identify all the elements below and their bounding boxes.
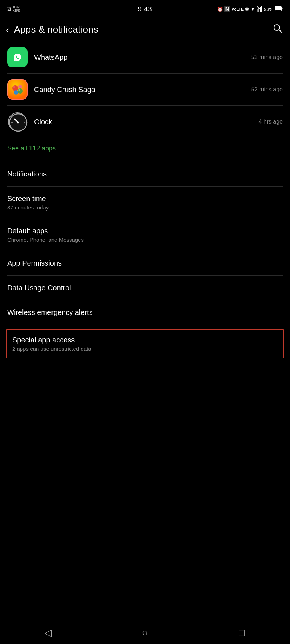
search-button[interactable] <box>273 23 283 36</box>
screen-time-label: Screen time <box>7 195 283 203</box>
screen-time-subtitle: 37 minutes today <box>7 204 283 211</box>
battery-icon <box>275 6 283 12</box>
network-speed: 0.37 KB/S <box>13 5 20 13</box>
bluetooth-icon: ✱ <box>245 7 249 12</box>
wifi-icon: ▼ <box>250 7 255 12</box>
svg-point-25 <box>17 122 19 124</box>
svg-point-15 <box>18 85 22 88</box>
svg-rect-1 <box>258 8 259 12</box>
nfc-icon: N <box>224 6 230 12</box>
divider-4 <box>7 159 283 159</box>
svg-rect-0 <box>257 9 258 12</box>
special-access-label: Special app access <box>12 336 278 344</box>
svg-point-13 <box>18 88 23 94</box>
divider-10 <box>7 325 283 325</box>
status-bar: 🖼 0.37 KB/S 9:43 ⏰ N VoLTE ✱ ▼ 93% <box>0 0 290 18</box>
menu-item-screen-time[interactable]: Screen time 37 minutes today <box>0 187 290 219</box>
nav-recents-button[interactable]: □ <box>231 626 253 640</box>
app-name-whatsapp: WhatsApp <box>34 53 251 62</box>
app-permissions-label: App Permissions <box>7 259 283 267</box>
alarm-icon: ⏰ <box>217 7 223 12</box>
menu-item-app-permissions[interactable]: App Permissions <box>0 251 290 275</box>
app-time-clock: 4 hrs ago <box>258 119 283 125</box>
signal-icon <box>257 6 262 13</box>
gallery-icon: 🖼 <box>7 7 11 11</box>
svg-line-9 <box>279 30 282 33</box>
svg-point-16 <box>13 86 15 88</box>
apps-notifications-header: ‹ Apps & notifications <box>0 18 290 41</box>
see-all-apps[interactable]: See all 112 apps <box>0 138 290 159</box>
menu-item-data-usage[interactable]: Data Usage Control <box>0 276 290 300</box>
data-usage-label: Data Usage Control <box>7 284 283 292</box>
default-apps-label: Default apps <box>7 227 283 235</box>
menu-item-default-apps[interactable]: Default apps Chrome, Phone, and Messages <box>0 219 290 251</box>
app-name-candy: Candy Crush Saga <box>34 86 251 94</box>
battery-percent: 93% <box>264 7 273 12</box>
svg-rect-6 <box>276 7 281 10</box>
nav-home-button[interactable]: ○ <box>134 626 156 640</box>
whatsapp-icon <box>7 47 28 67</box>
svg-point-12 <box>12 85 18 91</box>
app-time-whatsapp: 52 mins ago <box>251 54 283 61</box>
status-time: 9:43 <box>138 5 152 13</box>
emergency-alerts-label: Wireless emergency alerts <box>7 308 283 317</box>
special-access-subtitle: 2 apps can use unrestricted data <box>12 346 278 352</box>
menu-item-emergency-alerts[interactable]: Wireless emergency alerts <box>0 300 290 325</box>
back-button[interactable]: ‹ <box>6 25 9 34</box>
svg-point-17 <box>18 89 20 91</box>
default-apps-subtitle: Chrome, Phone, and Messages <box>7 237 283 243</box>
candy-icon <box>7 79 28 100</box>
menu-item-special-access[interactable]: Special app access 2 apps can use unrest… <box>6 329 284 358</box>
status-left-icons: 🖼 0.37 KB/S <box>7 5 20 13</box>
navigation-bar: ◁ ○ □ <box>0 621 290 644</box>
svg-point-14 <box>14 90 18 95</box>
clock-icon <box>7 112 28 132</box>
app-time-candy: 52 mins ago <box>251 86 283 93</box>
main-content: WhatsApp 52 mins ago <box>0 41 290 390</box>
page-title: Apps & notifications <box>14 24 273 35</box>
app-item-clock[interactable]: Clock 4 hrs ago <box>0 106 290 138</box>
menu-item-notifications[interactable]: Notifications <box>0 162 290 186</box>
clock-icon-visual <box>8 112 27 131</box>
app-item-candy[interactable]: Candy Crush Saga 52 mins ago <box>0 74 290 105</box>
app-name-clock: Clock <box>34 118 258 126</box>
notifications-label: Notifications <box>7 170 283 178</box>
app-item-whatsapp[interactable]: WhatsApp 52 mins ago <box>0 41 290 73</box>
svg-rect-7 <box>282 8 283 9</box>
status-icons: ⏰ N VoLTE ✱ ▼ 93% <box>217 6 283 13</box>
nav-back-button[interactable]: ◁ <box>37 626 59 640</box>
volte-icon: VoLTE <box>232 7 244 11</box>
